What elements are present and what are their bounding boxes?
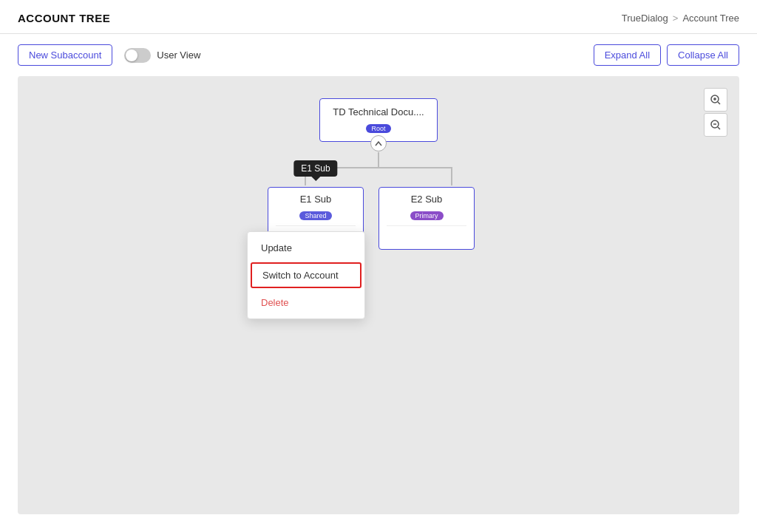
toggle-knob [126,50,138,61]
new-subaccount-button[interactable]: New Subaccount [18,44,112,66]
context-menu-switch-account[interactable]: Switch to Account [251,262,361,288]
context-menu-delete[interactable]: Delete [248,290,364,316]
e2-sub-badge: Primary [410,211,444,220]
toggle-label: User View [157,50,200,61]
e2-sub-node[interactable]: E2 Sub Primary [378,187,475,250]
zoom-in-button[interactable] [704,88,727,112]
toolbar-right: Expand All Collapse All [594,44,739,66]
e2-sub-title: E2 Sub [387,194,466,205]
collapse-all-button[interactable]: Collapse All [667,44,739,66]
header: ACCOUNT TREE TrueDialog > Account Tree [0,0,757,34]
user-view-toggle[interactable] [124,48,151,63]
context-menu-update[interactable]: Update [248,235,364,261]
tree-container: TD Technical Docu.... Root [268,98,489,250]
e2-sub-wrapper: E2 Sub Primary [378,187,475,250]
e1-sub-badge: Shared [299,211,331,220]
breadcrumb-parent: TrueDialog [622,13,668,24]
expand-all-button[interactable]: Expand All [594,44,661,66]
e2-sub-footer [387,225,466,243]
breadcrumb-separator: > [673,13,679,24]
root-node-wrapper: TD Technical Docu.... Root [268,98,489,142]
breadcrumb-current: Account Tree [682,13,739,24]
root-node-title: TD Technical Docu.... [329,106,428,117]
page-title: ACCOUNT TREE [18,12,110,24]
root-collapse-button[interactable] [370,135,387,151]
zoom-controls [704,88,727,137]
zoom-out-icon [710,119,722,131]
svg-line-3 [718,102,720,104]
root-badge: Root [366,124,390,133]
page-wrapper: ACCOUNT TREE TrueDialog > Account Tree N… [0,0,757,532]
zoom-in-icon [710,94,722,106]
breadcrumb: TrueDialog > Account Tree [622,13,739,24]
toolbar: New Subaccount User View Expand All Coll… [0,34,757,76]
context-menu: Update Switch to Account Delete [247,231,365,319]
canvas-area: TD Technical Docu.... Root [18,76,739,514]
chevron-up-icon [375,141,382,146]
e1-sub-tooltip: E1 Sub [293,160,337,177]
root-node[interactable]: TD Technical Docu.... Root [319,98,438,142]
user-view-toggle-wrapper: User View [124,48,200,63]
svg-line-6 [718,127,720,129]
e1-sub-title: E1 Sub [276,194,356,205]
zoom-out-button[interactable] [704,113,727,137]
toolbar-left: New Subaccount User View [18,44,200,66]
